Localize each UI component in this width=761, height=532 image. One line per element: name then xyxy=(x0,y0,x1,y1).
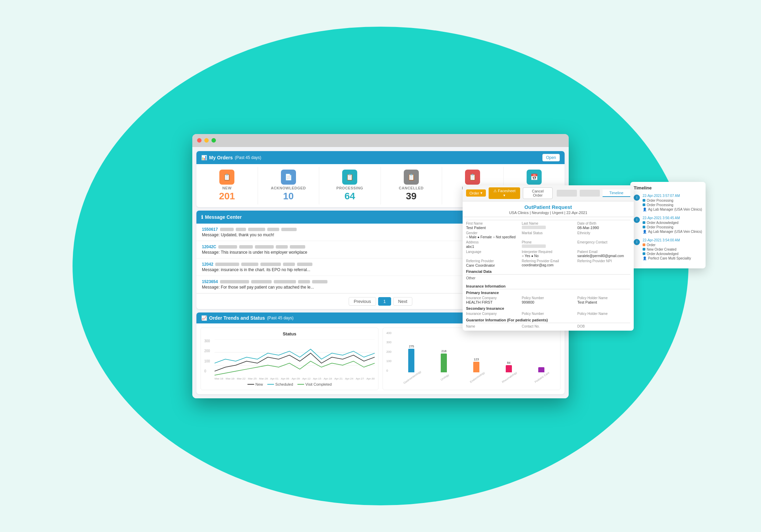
order-trends-title: Order Trends and Status xyxy=(209,315,265,321)
message-center-header-left: ℹ Message Center xyxy=(201,214,242,220)
guarantor-dob-field: DOB xyxy=(577,324,630,329)
referring-email-field: Referring Provider Email coordinator@ag.… xyxy=(522,259,575,267)
legend-scheduled: Scheduled xyxy=(267,382,293,386)
timeline-content-2: 22-Apr-2021 3:56:45 AM Order Acknowledge… xyxy=(643,216,702,234)
dob-field: Date of Birth 08-Mar-1990 xyxy=(577,222,630,230)
current-page-button[interactable]: 1 xyxy=(378,297,391,306)
sec-holder-field: Policy Holder Name xyxy=(577,312,630,316)
message-body: Message: Updated, thank you so much! xyxy=(202,232,503,237)
language-field: Language xyxy=(466,250,519,258)
stat-label: CANCELLED xyxy=(399,186,424,190)
legend-visit-dot xyxy=(297,384,304,385)
legend-visit-completed: Visit Completed xyxy=(297,382,332,386)
bar-chart-box: 4003002001000 275 218 xyxy=(383,328,560,390)
bar-x-labels: Gastroenterology Urology Endocrinology R… xyxy=(396,376,557,379)
phone-field: Phone xyxy=(522,240,575,249)
outer-background: 📊 My Orders (Past 45 days) Open 📋 NEW 20… xyxy=(0,0,761,532)
order-stat-new: 📋 NEW 201 xyxy=(196,167,258,204)
policy-num-field: Policy Number 999800 xyxy=(522,296,575,304)
status-chart-box: Status 300 200 100 0 xyxy=(201,328,378,390)
message-center-title: Message Center xyxy=(205,214,242,220)
my-orders-open-button[interactable]: Open xyxy=(542,154,560,161)
message-id: 12042 xyxy=(202,262,503,267)
message-body: Message: insurance is in the chart. its … xyxy=(202,267,503,272)
patient-email-field: Patient Email saralele@permill0@gmail.co… xyxy=(577,250,630,258)
message-left: 1523654 Message: For those self pay pati… xyxy=(202,279,503,290)
stat-label: NEW xyxy=(222,186,232,190)
timeline-icon-3: i xyxy=(634,239,640,245)
blurred-btn-1 xyxy=(557,190,577,197)
tl-dot-blue-5 xyxy=(643,248,645,251)
stat-value: 201 xyxy=(219,191,235,202)
order-btn-label: Order xyxy=(469,191,479,195)
stat-icon: 📋 xyxy=(342,170,357,185)
minimize-button[interactable] xyxy=(204,138,209,143)
tl-dot-orange-1 xyxy=(643,243,645,246)
person-icon-3: 👤 xyxy=(643,256,647,260)
stat-icon: 📋 xyxy=(404,170,419,185)
bar-y-axis: 4003002001000 xyxy=(386,331,396,372)
facesheet-button[interactable]: ⚠ Facesheet ▾ xyxy=(489,187,520,199)
chart-legend: New Scheduled Visit Completed xyxy=(204,382,375,386)
stat-icon: 📄 xyxy=(281,170,296,185)
patient-info-section xyxy=(466,219,630,220)
info-icon: ℹ xyxy=(201,214,203,220)
tl-dot-blue-3 xyxy=(643,221,645,224)
last-name-blurred xyxy=(522,226,546,229)
order-trends-header-left: 📈 Order Trends and Status (Past 45 days) xyxy=(201,315,294,321)
chart-icon: 📊 xyxy=(201,155,207,160)
referring-provider-field: Referring Provider Care Coordinator xyxy=(466,259,519,267)
window-titlebar xyxy=(192,134,569,147)
financial-section-title: Financial Data xyxy=(466,269,630,275)
insurance-grid: Insurance Company HEALTH FIRST Policy Nu… xyxy=(463,296,634,304)
maximize-button[interactable] xyxy=(211,138,216,143)
last-name-field: Last Name xyxy=(522,222,575,230)
my-orders-subtitle: (Past 45 days) xyxy=(235,155,261,160)
tl-dot-blue-4 xyxy=(643,226,645,228)
order-dropdown-button[interactable]: Order ▾ xyxy=(466,189,486,197)
stat-icon: 📋 xyxy=(465,170,480,185)
outpatient-subtitle: USA Clinics | Neurology | Urgent | 22-Ap… xyxy=(463,211,634,217)
my-orders-title: My Orders xyxy=(209,155,233,160)
timeline-content-3: 22-Apr-2021 3:54:00 AM Order New Order C… xyxy=(643,238,691,261)
previous-page-button[interactable]: Previous xyxy=(349,297,376,306)
order-stat-processing: 📋 PROCESSING 64 xyxy=(319,167,381,204)
close-button[interactable] xyxy=(197,138,202,143)
person-icon-1: 👤 xyxy=(643,208,647,211)
outpatient-toolbar: Order ▾ ⚠ Facesheet ▾ Cancel Order Timel… xyxy=(463,185,634,201)
main-window-container: 📊 My Orders (Past 45 days) Open 📋 NEW 20… xyxy=(192,134,569,398)
line-chart-svg xyxy=(215,339,375,379)
tl-dot-blue-1 xyxy=(643,199,645,202)
blurred-btn-2 xyxy=(580,190,600,197)
order-stat-acknowledged: 📄 ACKNOWLEDGED 10 xyxy=(258,167,320,204)
my-orders-header: 📊 My Orders (Past 45 days) Open xyxy=(196,151,565,164)
timeline-icon-1: i xyxy=(634,195,640,201)
timeline-title: Timeline xyxy=(634,185,702,190)
tl-dot-blue-2 xyxy=(643,203,645,206)
timeline-tab-button[interactable]: Timeline xyxy=(603,189,630,197)
emergency-field: Emergency Contact xyxy=(577,240,630,249)
timeline-item-3: i 22-Apr-2021 3:54:00 AM Order New Order… xyxy=(634,238,702,261)
timeline-icon-2: i xyxy=(634,217,640,223)
trends-content: Status 300 200 100 0 xyxy=(196,323,565,394)
stat-icon: 📋 xyxy=(219,170,234,185)
tl-dot-blue-6 xyxy=(643,252,645,255)
timeline-item-1: i 22-Apr-2021 3:57:07 AM Order Processin… xyxy=(634,194,702,212)
insurance-section-title: Insurance Information xyxy=(466,284,630,289)
status-chart-title: Status xyxy=(204,331,375,336)
guarantor-section-title: Guarantor Information (For pediatric pat… xyxy=(466,318,630,323)
person-icon-2: 👤 xyxy=(643,230,647,234)
next-page-button[interactable]: Next xyxy=(393,297,413,306)
first-name-field: First Name Test Patient xyxy=(466,222,519,230)
stat-value: 39 xyxy=(406,191,416,202)
message-left: 1550617 Message: Updated, thank you so m… xyxy=(202,227,503,237)
order-dropdown-icon: ▾ xyxy=(480,191,482,195)
ins-company-field: Insurance Company HEALTH FIRST xyxy=(466,296,519,304)
timeline-content-1: 22-Apr-2021 3:57:07 AM Order Processing … xyxy=(643,194,702,212)
policy-holder-field: Policy Holder Name Test Patient xyxy=(577,296,630,304)
bar-chart-area: 4003002001000 275 218 xyxy=(386,331,557,379)
cancel-order-button[interactable]: Cancel Order xyxy=(523,187,552,199)
guarantor-contact-field: Contact No. xyxy=(522,324,575,329)
my-orders-header-left: 📊 My Orders (Past 45 days) xyxy=(201,155,261,160)
sec-policy-field: Policy Number xyxy=(522,312,575,316)
